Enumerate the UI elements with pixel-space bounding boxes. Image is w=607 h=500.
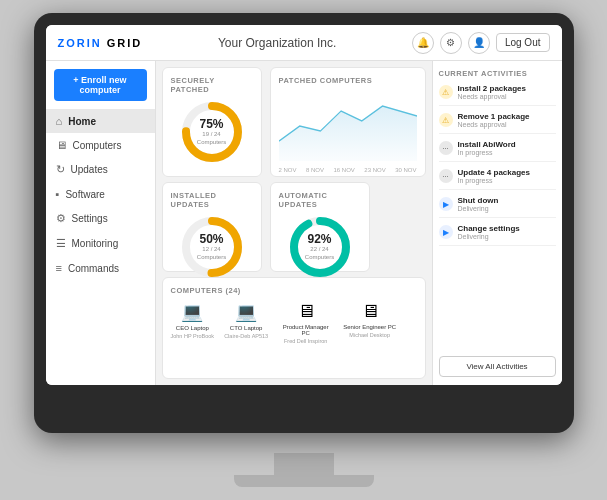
activity-name: Shut down [458, 196, 556, 205]
activity-name: Update 4 packages [458, 168, 556, 177]
installed-updates-donut: 50% 12 / 24Computers [180, 215, 244, 279]
right-panel: CURRENT ACTIVITIES ⚠ Install 2 packages … [432, 61, 562, 385]
securely-patched-card: SECURELY PATCHED 75% 19 / 24Computers [162, 67, 262, 177]
sidebar-item-computers[interactable]: 🖥 Computers [46, 133, 155, 157]
activity-status: Needs approval [458, 121, 556, 128]
top-actions: 🔔 ⚙ 👤 Log Out [412, 32, 550, 54]
securely-patched-sub: 19 / 24Computers [197, 131, 226, 147]
org-title: Your Organization Inc. [218, 36, 336, 50]
sidebar-item-software[interactable]: ▪ Software [46, 182, 155, 206]
line-chart [279, 91, 417, 161]
app-logo: ZORIN GRID [58, 37, 143, 49]
activities-title: CURRENT ACTIVITIES [439, 69, 556, 78]
updates-icon: ↻ [56, 163, 65, 176]
activity-item: ▶ Change settings Delivering [439, 224, 556, 246]
activity-item: ⚠ Remove 1 package Needs approval [439, 112, 556, 134]
computer-user: John HP ProBook [171, 333, 215, 339]
chart-label-2: 8 NOV [306, 167, 324, 173]
activity-name: Change settings [458, 224, 556, 233]
computer-item[interactable]: 💻 CTO Laptop Claire-Deb AP513 [224, 301, 268, 344]
computer-name: Product Manager PC [278, 324, 333, 336]
monitoring-icon: ☰ [56, 237, 66, 250]
view-all-button[interactable]: View All Activities [439, 356, 556, 377]
activity-status: Needs approval [458, 93, 556, 100]
computers-section: COMPUTERS (24) 💻 CEO Laptop John HP ProB… [162, 277, 426, 379]
computer-name: CEO Laptop [176, 325, 209, 331]
computer-user: Claire-Deb AP513 [224, 333, 268, 339]
activity-status: In progress [458, 149, 556, 156]
commands-icon: ≡ [56, 262, 62, 274]
logout-button[interactable]: Log Out [496, 33, 550, 52]
software-icon: ▪ [56, 188, 60, 200]
chart-label-1: 2 NOV [279, 167, 297, 173]
securely-patched-percent: 75% [197, 117, 226, 131]
computer-user: Fred Dell Inspiron [284, 338, 327, 344]
installed-updates-card: INSTALLED UPDATES 50% 12 / 24Computers [162, 182, 262, 272]
activity-name: Install 2 packages [458, 84, 556, 93]
activity-status: In progress [458, 177, 556, 184]
activity-status: Delivering [458, 205, 556, 212]
computers-section-title: COMPUTERS (24) [171, 286, 417, 295]
sidebar-item-monitoring[interactable]: ☰ Monitoring [46, 231, 155, 256]
securely-patched-title: SECURELY PATCHED [171, 76, 253, 94]
computers-grid: 💻 CEO Laptop John HP ProBook 💻 CTO Lapto… [171, 301, 417, 344]
activity-item: ⚠ Install 2 packages Needs approval [439, 84, 556, 106]
computer-item[interactable]: 🖥 Product Manager PC Fred Dell Inspiron [278, 301, 333, 344]
sidebar: + Enroll new computer ⌂ Home 🖥 Computers… [46, 61, 156, 385]
computer-user: Michael Desktop [349, 332, 390, 338]
computer-icon: 💻 [235, 301, 257, 323]
activity-item: ▶ Shut down Delivering [439, 196, 556, 218]
automatic-updates-title: AUTOMATIC UPDATES [279, 191, 361, 209]
chart-label-5: 30 NOV [395, 167, 416, 173]
chart-label-4: 23 NOV [364, 167, 385, 173]
securely-patched-donut: 75% 19 / 24Computers [180, 100, 244, 164]
computer-item[interactable]: 💻 CEO Laptop John HP ProBook [171, 301, 215, 344]
sidebar-item-updates[interactable]: ↻ Updates [46, 157, 155, 182]
activity-status: Delivering [458, 233, 556, 240]
sidebar-item-commands[interactable]: ≡ Commands [46, 256, 155, 280]
activity-name: Remove 1 package [458, 112, 556, 121]
chart-label-3: 16 NOV [334, 167, 355, 173]
activity-item: ··· Install AbiWord In progress [439, 140, 556, 162]
activity-item: ··· Update 4 packages In progress [439, 168, 556, 190]
patched-computers-card: PATCHED COMPUTERS [270, 67, 426, 177]
progress-icon: ··· [439, 169, 453, 183]
computer-item[interactable]: 🖥 Senior Engineer PC Michael Desktop [343, 301, 396, 344]
automatic-updates-card: AUTOMATIC UPDATES 92% 22 / 24Computers [270, 182, 370, 272]
computer-icon: 💻 [181, 301, 203, 323]
sidebar-item-settings[interactable]: ⚙ Settings [46, 206, 155, 231]
warning-icon: ⚠ [439, 113, 453, 127]
delivering-icon: ▶ [439, 225, 453, 239]
settings-nav-icon: ⚙ [56, 212, 66, 225]
patched-computers-title: PATCHED COMPUTERS [279, 76, 417, 85]
activity-name: Install AbiWord [458, 140, 556, 149]
computer-name: Senior Engineer PC [343, 324, 396, 330]
installed-updates-sub: 12 / 24Computers [197, 246, 226, 262]
chart-labels: 2 NOV 8 NOV 16 NOV 23 NOV 30 NOV [279, 167, 417, 173]
warning-icon: ⚠ [439, 85, 453, 99]
notifications-icon[interactable]: 🔔 [412, 32, 434, 54]
sidebar-item-home[interactable]: ⌂ Home [46, 109, 155, 133]
progress-icon: ··· [439, 141, 453, 155]
home-icon: ⌂ [56, 115, 63, 127]
user-icon[interactable]: 👤 [468, 32, 490, 54]
computer-icon: 🖥 [361, 301, 379, 322]
automatic-updates-percent: 92% [305, 232, 334, 246]
installed-updates-percent: 50% [197, 232, 226, 246]
computers-icon: 🖥 [56, 139, 67, 151]
automatic-updates-donut: 92% 22 / 24Computers [288, 215, 352, 279]
main-content: SECURELY PATCHED 75% 19 / 24Computers [156, 61, 432, 385]
delivering-icon: ▶ [439, 197, 453, 211]
computer-name: CTO Laptop [230, 325, 263, 331]
enroll-button[interactable]: + Enroll new computer [54, 69, 147, 101]
settings-icon[interactable]: ⚙ [440, 32, 462, 54]
computer-icon: 🖥 [297, 301, 315, 322]
automatic-updates-sub: 22 / 24Computers [305, 246, 334, 262]
installed-updates-title: INSTALLED UPDATES [171, 191, 253, 209]
